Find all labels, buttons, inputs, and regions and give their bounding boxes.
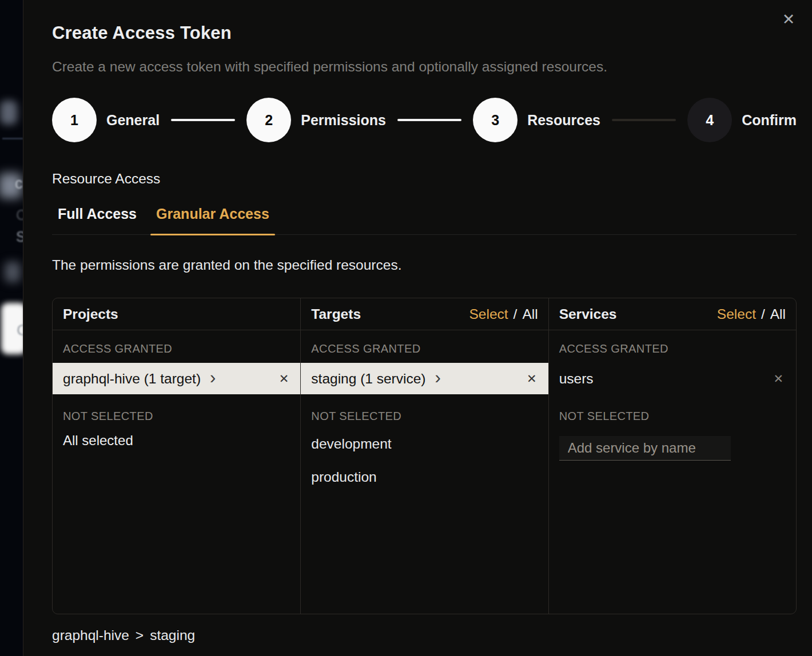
step-confirm[interactable]: 4 Confirm [687,98,797,142]
breadcrumb-target: staging [150,627,195,643]
access-granted-label: ACCESS GRANTED [301,330,548,363]
step-connector [171,119,235,121]
select-separator: / [761,306,765,322]
not-selected-label: NOT SELECTED [301,394,548,427]
step-general[interactable]: 1 General [52,98,160,142]
granular-access-description: The permissions are granted on the speci… [52,257,796,273]
resource-access-tabs: Full Access Granular Access [52,206,797,235]
modal-title: Create Access Token [52,0,796,43]
target-option-development[interactable]: development [301,427,548,461]
step-permissions[interactable]: 2 Permissions [246,98,386,142]
projects-column-title: Projects [63,306,118,322]
resource-selection-table: Projects ACCESS GRANTED graphql-hive (1 … [52,298,797,614]
breadcrumb: graphql-hive > staging [52,627,796,643]
projects-column-header: Projects [53,298,300,330]
chevron-right-icon: › [210,372,216,386]
tab-granular-access[interactable]: Granular Access [150,206,275,234]
access-granted-label: ACCESS GRANTED [549,330,796,363]
step-label: Confirm [742,112,797,129]
services-all-link[interactable]: All [770,306,786,322]
backdrop-text-fragment: S [16,229,23,245]
select-separator: / [514,306,518,322]
backdrop-divider [2,138,23,139]
services-select-links: Select / All [717,306,786,322]
targets-column-header: Targets Select / All [301,298,548,330]
close-icon[interactable]: ✕ [778,8,799,30]
step-label: Permissions [301,112,386,129]
step-number-circle: 2 [246,98,291,142]
breadcrumb-project: graphql-hive [52,627,129,643]
granted-service-name: users [559,371,594,387]
step-number-circle: 1 [52,98,97,142]
access-granted-label: ACCESS GRANTED [53,330,300,363]
breadcrumb-separator: > [136,627,144,643]
step-number-circle: 3 [473,98,518,142]
granted-service-row: users ✕ [549,363,796,394]
step-label: General [106,112,160,129]
resource-access-heading: Resource Access [52,171,796,187]
projects-column: Projects ACCESS GRANTED graphql-hive (1 … [53,298,300,614]
targets-select-links: Select / All [469,306,538,322]
target-option-production[interactable]: production [301,461,548,494]
not-selected-label: NOT SELECTED [53,394,300,427]
step-label: Resources [527,112,600,129]
backdrop-text-fragment: C [16,207,23,223]
targets-select-link[interactable]: Select [469,306,508,322]
granted-project-row[interactable]: graphql-hive (1 target) › ✕ [53,363,300,394]
create-access-token-modal: ✕ Create Access Token Create a new acces… [23,0,812,656]
step-connector [612,119,676,121]
modal-subtitle: Create a new access token with specified… [52,59,796,75]
services-column-header: Services Select / All [549,298,796,330]
granted-project-name: graphql-hive (1 target) [63,371,201,387]
backdrop-blob [5,262,21,282]
tab-full-access[interactable]: Full Access [52,206,142,234]
services-column: Services Select / All ACCESS GRANTED use… [548,298,796,614]
targets-column-title: Targets [311,306,361,322]
remove-target-button[interactable]: ✕ [527,372,537,386]
add-service-input[interactable] [559,436,731,461]
background-page: c C S C [0,0,23,656]
not-selected-label: NOT SELECTED [549,394,796,427]
remove-project-button[interactable]: ✕ [279,372,289,386]
wizard-stepper: 1 General 2 Permissions 3 Resources 4 Co… [52,98,797,142]
targets-all-link[interactable]: All [522,306,538,322]
services-select-link[interactable]: Select [717,306,756,322]
step-connector [397,119,461,121]
targets-column: Targets Select / All ACCESS GRANTED stag… [300,298,548,614]
granted-target-name: staging (1 service) [311,371,425,387]
services-column-title: Services [559,306,617,322]
step-resources[interactable]: 3 Resources [473,98,600,142]
backdrop-text-fragment: c [15,175,23,193]
backdrop-text-fragment: C [17,321,23,339]
chevron-right-icon: › [435,372,441,386]
step-number-circle: 4 [687,98,732,142]
projects-all-selected-note: All selected [53,427,300,454]
remove-service-button[interactable]: ✕ [773,372,783,386]
granted-target-row[interactable]: staging (1 service) › ✕ [301,363,548,394]
backdrop-blob [0,101,17,125]
